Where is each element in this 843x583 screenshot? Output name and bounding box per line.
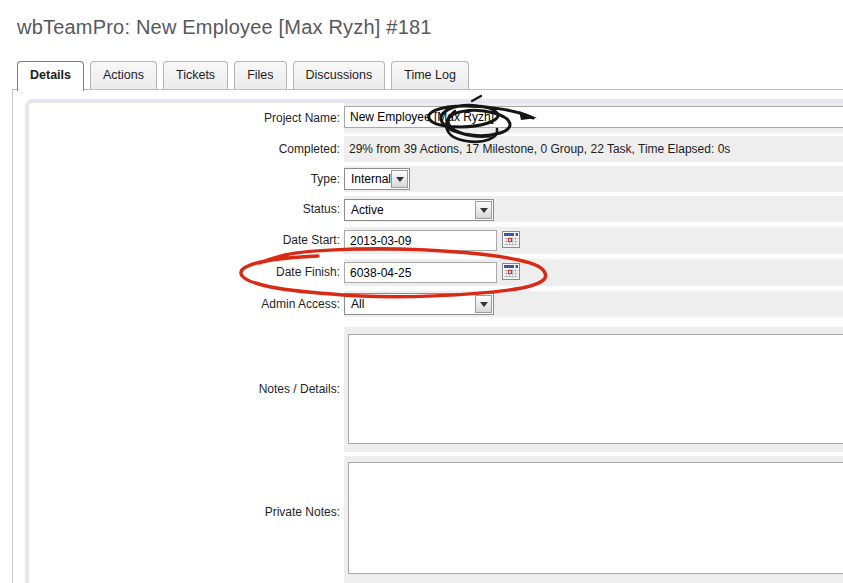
date-start-input[interactable] [344,230,497,251]
tab-actions[interactable]: Actions [90,61,157,89]
form-container: Project Name: Completed: 29% from 39 Act… [25,99,843,583]
notes-label: Notes / Details: [29,379,342,399]
private-notes-textarea[interactable] [348,462,843,574]
row-background [344,166,843,192]
tab-discussions[interactable]: Discussions [293,61,386,89]
details-panel: Project Name: Completed: 29% from 39 Act… [12,89,843,583]
private-notes-label: Private Notes: [29,502,342,522]
tab-time-log[interactable]: Time Log [391,61,469,89]
admin-access-select-value: All [351,294,364,314]
type-select-value: Internal [351,169,391,189]
completed-value: 29% from 39 Actions, 17 Milestone, 0 Gro… [349,136,730,162]
date-finish-label: Date Finish: [29,259,342,286]
status-label: Status: [29,196,342,222]
chevron-down-icon[interactable] [475,295,492,313]
row-notes: Notes / Details: [29,327,843,452]
date-start-calendar-button[interactable] [502,231,520,248]
calendar-icon [502,263,520,280]
chevron-down-icon[interactable] [391,170,408,188]
completed-label: Completed: [29,136,342,162]
notes-textarea[interactable] [348,334,843,444]
chevron-down-icon[interactable] [475,201,492,219]
status-select[interactable]: Active [344,199,494,221]
date-start-label: Date Start: [29,227,342,254]
row-completed: Completed: 29% from 39 Actions, 17 Miles… [29,136,843,162]
row-status: Status: Active [29,196,843,222]
screen: wbTeamPro: New Employee [Max Ryzh] #181 … [0,0,843,583]
date-finish-input[interactable] [344,262,497,283]
tab-details[interactable]: Details [17,61,84,91]
tab-bar: Details Actions Tickets Files Discussion… [17,61,469,91]
row-admin-access: Admin Access: All [29,291,843,317]
tab-tickets[interactable]: Tickets [163,61,228,89]
row-private-notes: Private Notes: [29,456,843,583]
tab-files[interactable]: Files [234,61,286,89]
row-date-start: Date Start: [29,227,843,254]
project-name-input[interactable] [344,106,843,128]
type-select[interactable]: Internal [344,168,410,190]
page-title: wbTeamPro: New Employee [Max Ryzh] #181 [17,16,432,39]
type-label: Type: [29,166,342,192]
status-select-value: Active [351,200,384,220]
row-date-finish: Date Finish: [29,259,843,286]
project-name-label: Project Name: [29,103,342,133]
admin-access-select[interactable]: All [344,293,494,315]
calendar-icon [502,231,520,248]
row-type: Type: Internal [29,166,843,192]
row-project-name: Project Name: [29,103,843,133]
date-finish-calendar-button[interactable] [502,263,520,280]
admin-access-label: Admin Access: [29,291,342,317]
